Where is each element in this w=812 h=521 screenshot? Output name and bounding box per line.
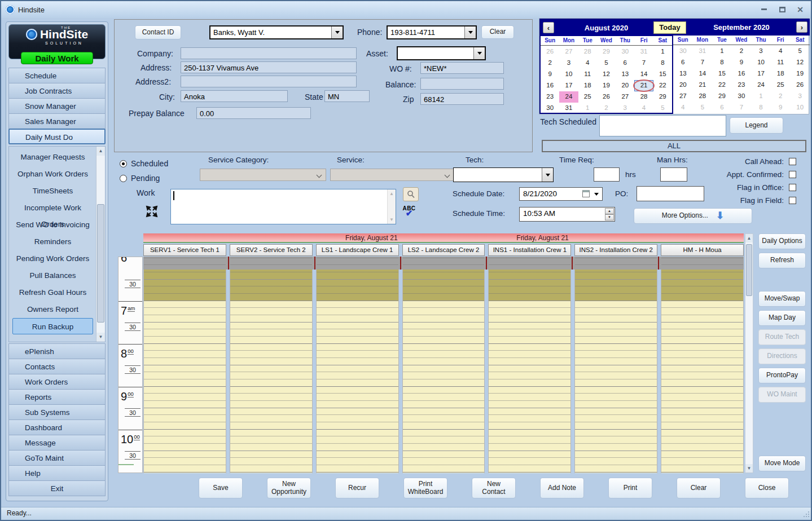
calendar-day[interactable]: 13 xyxy=(673,68,693,80)
minimize-button[interactable] xyxy=(759,5,769,14)
company-field[interactable] xyxy=(181,47,357,59)
contact-name-combobox[interactable]: Banks, Wyatt V. xyxy=(209,25,344,39)
calendar-day[interactable]: 29 xyxy=(712,91,732,102)
new-contact-button[interactable]: New Contact xyxy=(472,478,516,498)
appt-confirmed-checkbox[interactable] xyxy=(789,171,796,178)
dropdown-arrow-icon[interactable] xyxy=(331,27,343,38)
sidebar-item-job-contracts[interactable]: Job Contracts xyxy=(8,83,106,99)
sidebar-item-send-wo-to-invoicing[interactable]: Send WO to Invoicing xyxy=(12,217,93,233)
calendar-day[interactable]: 9 xyxy=(732,57,752,68)
sidebar-item-incomplete-work-orders[interactable]: Incomplete Work Orders xyxy=(12,200,93,216)
scrollbar-thumb[interactable] xyxy=(746,244,752,296)
column-header-ins1-installation-crew-1[interactable]: INS1 - Installation Crew 1 xyxy=(488,244,571,256)
calendar-day[interactable]: 5 xyxy=(653,103,672,114)
calendar-day[interactable]: 8 xyxy=(751,102,771,113)
calendar-day[interactable]: 7 xyxy=(634,58,653,69)
sidebar-item-dashboard[interactable]: Dashboard xyxy=(8,420,106,435)
spinner-up-icon[interactable]: ▲ xyxy=(605,208,614,214)
more-options-button[interactable]: More Options...⬇ xyxy=(634,208,752,224)
calendar-day[interactable]: 31 xyxy=(559,103,578,114)
calendar-day[interactable]: 31 xyxy=(634,46,653,58)
dropdown-arrow-icon[interactable] xyxy=(594,193,599,196)
schedule-time-input[interactable]: 10:53 AM ▲▼ xyxy=(519,207,615,222)
sidebar-item-timesheets[interactable]: TimeSheets xyxy=(12,183,93,199)
expand-work-icon[interactable] xyxy=(146,205,158,220)
scroll-down-icon[interactable]: ▼ xyxy=(96,333,105,342)
calendar-day[interactable]: 13 xyxy=(616,69,634,80)
calendar-day[interactable]: 3 xyxy=(616,103,634,114)
calendar-day[interactable]: 30 xyxy=(673,46,693,57)
sidebar-item-sales-manager[interactable]: Sales Manager xyxy=(8,113,106,129)
calendar-day[interactable]: 11 xyxy=(578,69,597,80)
sidebar-item-manager-requests[interactable]: Manager Requests xyxy=(12,149,93,165)
wo-number-field[interactable]: *NEW* xyxy=(420,62,504,74)
schedule-column-serv2-service-tech-2[interactable] xyxy=(230,270,313,473)
scheduled-radio[interactable]: Scheduled xyxy=(120,158,168,169)
calendar-day[interactable]: 26 xyxy=(790,80,810,91)
new-opportunity-button[interactable]: New Opportunity xyxy=(267,478,311,498)
time-req-input[interactable] xyxy=(594,167,620,182)
save-button[interactable]: Save xyxy=(199,478,243,498)
balance-field[interactable] xyxy=(420,78,504,90)
calendar-day[interactable]: 27 xyxy=(673,91,693,102)
service-dropdown[interactable] xyxy=(330,169,454,181)
grid-scrollbar[interactable]: ▲ ▼ xyxy=(745,233,753,473)
time-spinner[interactable]: ▲▼ xyxy=(605,208,614,220)
sidebar-item-daily-must-do[interactable]: Daily Must Do xyxy=(8,129,106,144)
zip-field[interactable]: 68142 xyxy=(420,93,504,105)
calendar-day[interactable]: 29 xyxy=(653,91,672,103)
calendar-day[interactable]: 4 xyxy=(578,58,597,69)
map-day-button[interactable]: Map Day xyxy=(758,310,806,326)
sidebar-item-orphan-work-orders[interactable]: Orphan Work Orders xyxy=(12,166,93,182)
calendar-day[interactable]: 26 xyxy=(597,91,616,103)
today-button[interactable]: Today xyxy=(653,21,686,34)
calendar-day[interactable]: 20 xyxy=(673,80,693,91)
sidebar-item-snow-manager[interactable]: Snow Manager xyxy=(8,98,106,114)
calendar-day[interactable]: 30 xyxy=(541,103,559,114)
column-header-ins2-installation-crew-2[interactable]: INS2 - Installation Crew 2 xyxy=(574,244,657,256)
close-button[interactable]: Close xyxy=(745,478,789,498)
calendar-day[interactable]: 6 xyxy=(712,102,732,113)
column-header-ls2-landscape-crew-2[interactable]: LS2 - Landscape Crew 2 xyxy=(402,244,485,256)
column-header-ls1-landscape-crew-1[interactable]: LS1 - Landscape Crew 1 xyxy=(316,244,399,256)
sidebar-item-work-orders[interactable]: Work Orders xyxy=(8,374,106,390)
pending-radio[interactable]: Pending xyxy=(120,173,160,183)
column-header-serv1-service-tech-1[interactable]: SERV1 - Service Tech 1 xyxy=(143,244,226,256)
clear-contact-button[interactable]: Clear xyxy=(481,25,514,39)
calendar-day[interactable]: 21 xyxy=(693,80,713,91)
calendar-day[interactable]: 3 xyxy=(751,46,771,57)
calendar-day[interactable]: 17 xyxy=(751,68,771,80)
calendar-day[interactable]: 20 xyxy=(616,80,634,91)
calendar-day[interactable]: 7 xyxy=(732,102,752,113)
calendar-day[interactable]: 23 xyxy=(732,80,752,91)
calendar-day[interactable]: 1 xyxy=(653,46,672,58)
prepay-balance-field[interactable]: 0.00 xyxy=(196,107,311,119)
calendar-day[interactable]: 25 xyxy=(578,91,597,103)
legend-button[interactable]: Legend xyxy=(730,117,783,134)
calendar-day[interactable]: 5 xyxy=(597,58,616,69)
print-whiteboard-button[interactable]: Print WhiteBoard xyxy=(403,478,447,498)
prontopay-button[interactable]: ProntoPay xyxy=(758,368,806,383)
sidebar-item-refresh-goal-hours[interactable]: Refresh Goal Hours xyxy=(12,284,93,301)
scrollbar-thumb[interactable] xyxy=(97,204,104,323)
calendar-day[interactable]: 15 xyxy=(712,68,732,80)
service-category-dropdown[interactable] xyxy=(200,169,326,181)
sidebar-item-contacts[interactable]: Contacts xyxy=(8,359,106,374)
refresh-button[interactable]: Refresh xyxy=(758,253,806,268)
calendar-day[interactable]: 17 xyxy=(559,80,578,91)
calendar-day[interactable]: 19 xyxy=(597,80,616,91)
spinner-down-icon[interactable]: ▼ xyxy=(605,214,614,220)
calendar-day[interactable]: 28 xyxy=(578,46,597,58)
all-techs-bar[interactable]: ALL xyxy=(542,140,806,152)
calendar-day[interactable]: 25 xyxy=(771,80,791,91)
calendar-day[interactable]: 29 xyxy=(597,46,616,58)
calendar-day[interactable]: 10 xyxy=(790,102,810,113)
calendar-day[interactable]: 5 xyxy=(693,102,713,113)
calendar-day[interactable]: 9 xyxy=(541,69,559,80)
calendar-day[interactable]: 18 xyxy=(771,68,791,80)
calendar-day[interactable]: 16 xyxy=(541,80,559,91)
sidebar-item-eplenish[interactable]: ePlenish xyxy=(8,343,106,359)
call-ahead-checkbox[interactable] xyxy=(789,158,796,165)
sidebar-item-sub-systems[interactable]: Sub Systems xyxy=(8,404,106,420)
calendar-day[interactable]: 19 xyxy=(790,68,810,80)
